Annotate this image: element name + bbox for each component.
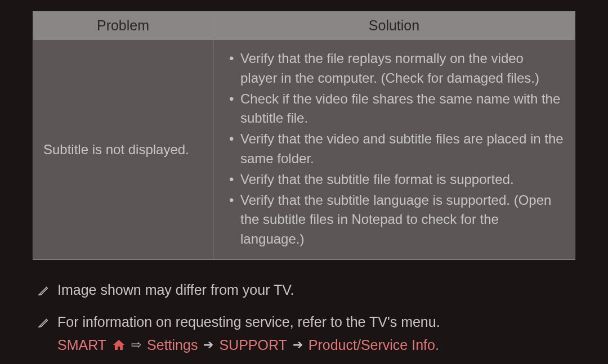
list-item: Verify that the video and subtitle files… (225, 129, 564, 169)
table-row: Subtitle is not displayed. Verify that t… (33, 40, 575, 260)
column-header-solution: Solution (213, 12, 575, 40)
problem-cell: Subtitle is not displayed. (33, 40, 213, 260)
nav-support: SUPPORT (219, 335, 287, 355)
note-text: Image shown may differ from your TV. (57, 280, 575, 300)
list-item: Check if the video file shares the same … (225, 89, 564, 129)
arrow-icon: ⇨ (131, 336, 141, 354)
list-item: Verify that the subtitle language is sup… (225, 191, 564, 249)
solution-list: Verify that the file replays normally on… (225, 49, 564, 249)
solution-cell: Verify that the file replays normally on… (213, 40, 575, 260)
pencil-icon (37, 314, 50, 334)
menu-path: SMART ⇨ Settings ➔ SUPPORT ➔ Product/Ser… (57, 335, 575, 355)
note-item: Image shown may differ from your TV. (37, 280, 575, 302)
note-item: For information on requesting service, r… (37, 312, 575, 355)
troubleshooting-table: Problem Solution Subtitle is not display… (33, 11, 575, 260)
column-header-problem: Problem (33, 12, 213, 40)
list-item: Verify that the file replays normally on… (225, 49, 564, 88)
home-icon (112, 339, 126, 351)
nav-product: Product/Service Info. (309, 335, 439, 355)
nav-smart: SMART (57, 335, 106, 355)
pencil-icon (37, 282, 50, 302)
arrow-icon: ➔ (293, 336, 303, 354)
note-text: For information on requesting service, r… (57, 312, 575, 332)
list-item: Verify that the subtitle file format is … (225, 170, 564, 190)
arrow-icon: ➔ (203, 336, 213, 354)
nav-settings: Settings (147, 335, 198, 355)
notes-section: Image shown may differ from your TV. For… (33, 280, 575, 355)
